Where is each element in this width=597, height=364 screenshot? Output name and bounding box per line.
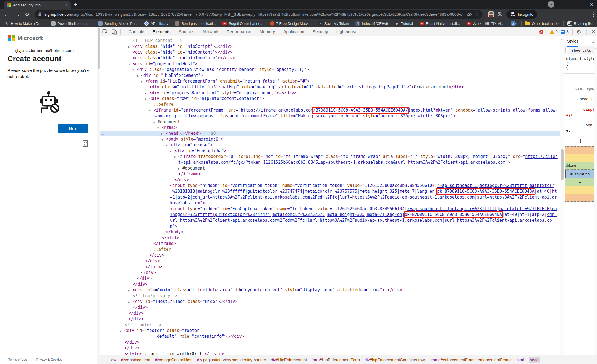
- code-line[interactable]: </div>: [100, 310, 560, 316]
- expand-open-icon[interactable]: ▼: [153, 119, 155, 125]
- code-line[interactable]: ::after: [100, 247, 560, 252]
- bookmark-item[interactable]: ◉Tutorial: [395, 21, 413, 26]
- code-line[interactable]: <input type="hidden" id="verification-to…: [100, 183, 560, 206]
- expand-open-icon[interactable]: ▼: [128, 61, 130, 67]
- breadcrumb-item[interactable]: head: [529, 357, 540, 363]
- code-line[interactable]: <div class="hide" id="hipContent"></div>: [100, 49, 560, 55]
- code-line[interactable]: ▶<div id="progressBarContent" style="dis…: [100, 90, 560, 96]
- settings-gear-icon[interactable]: ⚙: [577, 29, 581, 35]
- expand-open-icon[interactable]: ▼: [132, 67, 134, 73]
- code-line[interactable]: ::before: [100, 102, 560, 107]
- expand-open-icon[interactable]: ▼: [157, 125, 159, 131]
- code-line[interactable]: ▼<div id="HipEnforcement">: [100, 73, 560, 78]
- expand-closed-icon[interactable]: ▶: [128, 299, 130, 305]
- reload-button[interactable]: ⟳: [23, 9, 32, 20]
- expand-open-icon[interactable]: ▼: [141, 79, 142, 85]
- device-toolbar-icon[interactable]: [110, 27, 119, 36]
- tab-styles[interactable]: Styles: [567, 36, 578, 47]
- expand-closed-icon[interactable]: ▶: [128, 44, 130, 50]
- toggle-hov-button[interactable]: :hov: [572, 48, 580, 52]
- code-line[interactable]: <!-- footer -->: [100, 322, 560, 328]
- expand-closed-icon[interactable]: ▶: [178, 166, 180, 172]
- scrollbar-up-icon[interactable]: ▲: [561, 38, 563, 41]
- breadcrumb-item[interactable]: html: [516, 358, 524, 362]
- expand-open-icon[interactable]: ▼: [174, 154, 176, 160]
- box-model-margin-bottom[interactable]: –: [565, 194, 594, 202]
- bookmark-item[interactable]: ▶Sogeti Omnichanne...: [222, 22, 263, 26]
- code-line[interactable]: ▼<div class="row" id="hipEnforcementCont…: [100, 96, 560, 102]
- bookmark-item[interactable]: ▶July - 너를 기억하...: [467, 21, 504, 26]
- element-style-rule[interactable]: element.style {}: [564, 54, 597, 74]
- expand-closed-icon[interactable]: ▶: [128, 287, 130, 293]
- code-line[interactable]: default" role="contentinfo">…</div>: [100, 334, 560, 339]
- scrollbar-up-icon[interactable]: ▲: [595, 48, 597, 50]
- bookmark-item[interactable]: Send push notificati...: [175, 21, 216, 26]
- warning-badge[interactable]: 9: [550, 30, 558, 34]
- inspect-element-icon[interactable]: [100, 27, 110, 36]
- code-line[interactable]: ▼<form id="HipEnforcementForm" onsubmit=…: [100, 78, 560, 84]
- devtools-close-icon[interactable]: ✕: [591, 29, 595, 35]
- terms-link[interactable]: Terms of Use: [8, 358, 27, 361]
- media-controls-button[interactable]: ▾: [547, 0, 555, 9]
- code-line[interactable]: </div>: [100, 316, 560, 322]
- code-line[interactable]: </div>: [100, 305, 560, 310]
- code-line[interactable]: </div>: [100, 177, 560, 183]
- devtools-menu-icon[interactable]: ⋮: [584, 29, 589, 35]
- expand-open-icon[interactable]: ▼: [170, 148, 171, 154]
- code-line[interactable]: </form>: [100, 264, 560, 270]
- code-line[interactable]: ▼<div id="FunCaptcha">: [100, 148, 560, 154]
- privacy-link[interactable]: Privacy & Cookies: [36, 358, 62, 361]
- minimize-button[interactable]: —: [561, 0, 569, 9]
- tab-security[interactable]: Security: [308, 27, 332, 36]
- toggle-cls-button[interactable]: .cls: [582, 48, 591, 52]
- tab-close-icon[interactable]: ✕: [65, 3, 68, 7]
- breadcrumb-ellipsis[interactable]: …: [544, 358, 549, 362]
- styles-scrollbar[interactable]: ▲: [594, 46, 597, 355]
- browser-menu-icon[interactable]: ⋮: [590, 9, 597, 20]
- breadcrumb-item[interactable]: div#hipEnforcementContainer.row: [365, 358, 425, 362]
- code-line[interactable]: <style> .inner { min-width:0; } </style>: [100, 351, 560, 355]
- new-tab-button[interactable]: +: [74, 1, 77, 8]
- maximize-button[interactable]: [574, 0, 583, 9]
- tab-network[interactable]: Network: [198, 27, 222, 36]
- other-bookmarks-button[interactable]: Other bookmarks: [525, 22, 559, 26]
- expand-open-icon[interactable]: ▼: [166, 143, 167, 148]
- code-line[interactable]: </iframe>: [100, 241, 560, 247]
- browser-tab[interactable]: Add security info ✕: [4, 1, 71, 9]
- expand-open-icon[interactable]: ▼: [161, 137, 163, 143]
- code-line[interactable]: ▼<iframe id="enforcementFrame" src="http…: [100, 107, 560, 119]
- code-line[interactable]: ▼<html>: [100, 125, 560, 131]
- code-line[interactable]: ▶<div role="main" class="c_inmiddle_area…: [100, 287, 560, 293]
- code-line[interactable]: </div>: [100, 252, 560, 258]
- breadcrumb-item[interactable]: div#HipEnforcement: [271, 358, 307, 362]
- code-line[interactable]: ▶<div id="iHostInline" class="Hide">…</d…: [100, 299, 560, 305]
- extensions-puzzle-icon[interactable]: [498, 12, 503, 17]
- next-button[interactable]: Next: [58, 124, 88, 133]
- bookmark-item[interactable]: ▶React Native Install...: [420, 22, 460, 26]
- breadcrumb-item[interactable]: div#pageControlHost: [155, 358, 192, 362]
- bookmark-item[interactable]: PowerShell comma...: [51, 21, 91, 26]
- code-line[interactable]: ▼<iframe frameborder="0" scrolling="no" …: [100, 154, 560, 165]
- breadcrumb-item[interactable]: form#HipEnforcementForm: [311, 358, 360, 362]
- code-line[interactable]: <!-- HIP content -->: [100, 38, 560, 44]
- box-model-border-top[interactable]: –: [565, 154, 594, 162]
- code-line[interactable]: </div>: [100, 281, 560, 287]
- tab-memory[interactable]: Memory: [255, 27, 279, 36]
- expand-closed-icon[interactable]: ▶: [120, 328, 122, 334]
- window-close-button[interactable]: ✕: [588, 0, 596, 9]
- expand-open-icon[interactable]: ▼: [145, 96, 146, 102]
- tab-sources[interactable]: Sources: [175, 27, 199, 36]
- breadcrumb-item[interactable]: div.pagination-view.has-identity-banner: [197, 358, 266, 362]
- bookmark-item[interactable]: SSave My Token: [318, 21, 349, 26]
- code-line[interactable]: <div class="hide" id="hipTemplate"></div…: [100, 55, 560, 61]
- tab-application[interactable]: Application: [279, 27, 308, 36]
- expand-open-icon[interactable]: ▼: [149, 108, 151, 114]
- code-line[interactable]: </div>: [100, 339, 560, 345]
- code-line[interactable]: ▼#document: [100, 119, 560, 125]
- code-line[interactable]: ▶<div class="hide" id="hipScript">…</div…: [100, 44, 560, 49]
- back-arrow-icon[interactable]: ←: [7, 48, 12, 53]
- box-model-border-bottom[interactable]: –: [565, 186, 594, 194]
- tab-lighthouse[interactable]: Lighthouse: [332, 27, 362, 36]
- code-line[interactable]: </body>: [100, 229, 560, 235]
- box-model-margin-top[interactable]: –: [565, 146, 594, 154]
